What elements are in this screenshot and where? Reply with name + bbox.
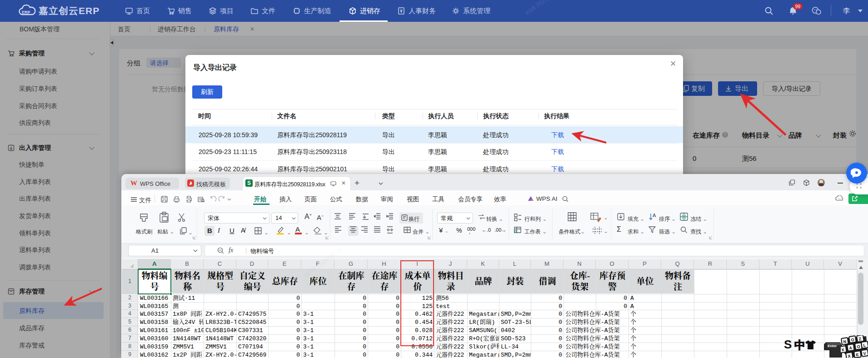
svg-text:N: N <box>843 339 847 344</box>
svg-text:Enter: Enter <box>828 344 837 348</box>
svg-text:O: O <box>857 344 860 349</box>
svg-text:O: O <box>851 338 854 343</box>
